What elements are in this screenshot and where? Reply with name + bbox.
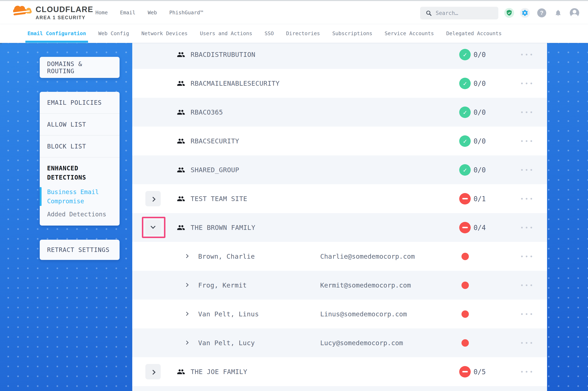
row-actions-menu[interactable]: ••• bbox=[516, 311, 538, 317]
tab-directories[interactable]: Directories bbox=[286, 24, 320, 43]
group-icon bbox=[176, 79, 186, 88]
logo-title: CLOUDFLARE bbox=[36, 5, 93, 14]
group-name: RBACDISTRUBUTION bbox=[191, 51, 255, 59]
minus-glyph bbox=[462, 227, 468, 228]
nav-item-home[interactable]: Home bbox=[95, 10, 108, 15]
chevron-right-icon bbox=[150, 370, 155, 375]
subnav-tabs: Email ConfigurationWeb ConfigNetwork Dev… bbox=[0, 24, 588, 43]
sidebar-item-retract-settings[interactable]: RETRACT SETTINGS bbox=[40, 240, 120, 260]
active-item-indicator-bar bbox=[40, 187, 42, 206]
row-actions-menu[interactable]: ••• bbox=[516, 224, 538, 231]
row-actions-menu[interactable]: ••• bbox=[516, 51, 538, 58]
tab-label: Email Configuration bbox=[27, 30, 86, 36]
group-name: RBACSECURITY bbox=[191, 137, 239, 145]
expand-toggle-button[interactable] bbox=[145, 191, 161, 206]
search-box[interactable] bbox=[420, 7, 498, 19]
status-dot-alert bbox=[461, 310, 469, 318]
email-policies-card: EMAIL POLICIES ALLOW LIST BLOCK LIST ENH… bbox=[40, 92, 120, 226]
status-badge-blocked bbox=[459, 193, 471, 204]
status-badge-blocked bbox=[459, 222, 471, 233]
tab-web-config[interactable]: Web Config bbox=[98, 24, 129, 43]
settings-gear-icon[interactable] bbox=[520, 8, 530, 18]
table-row-partial bbox=[132, 386, 547, 391]
tab-label: Delegated Accounts bbox=[446, 30, 502, 36]
tab-label: Subscriptions bbox=[332, 30, 372, 36]
logo-subtitle: AREA 1 SECURITY bbox=[36, 15, 93, 20]
row-actions-menu[interactable]: ••• bbox=[516, 195, 538, 202]
row-actions-menu[interactable]: ••• bbox=[516, 138, 538, 144]
row-actions-menu[interactable]: ••• bbox=[516, 282, 538, 289]
minus-glyph bbox=[462, 371, 468, 372]
sidebar-item-domains-routing[interactable]: DOMAINS & ROUTING bbox=[40, 57, 120, 78]
tab-delegated-accounts[interactable]: Delegated Accounts bbox=[446, 24, 502, 43]
retract-settings-label: RETRACT SETTINGS bbox=[47, 246, 110, 253]
annotation-highlight-box bbox=[142, 217, 165, 238]
chevron-right-icon[interactable] bbox=[184, 283, 189, 287]
table-row-group: RBACSECURITY✓0/0••• bbox=[132, 127, 547, 155]
status-badge-pass: ✓ bbox=[459, 135, 471, 147]
header: CLOUDFLARE AREA 1 SECURITY HomeEmailWebP… bbox=[0, 1, 588, 24]
tab-users-and-actions[interactable]: Users and Actions bbox=[200, 24, 252, 43]
tab-service-accounts[interactable]: Service Accounts bbox=[385, 24, 434, 43]
member-count: 0/0 bbox=[473, 79, 486, 87]
table-row-group: RBACDISTRUBUTION✓0/0••• bbox=[132, 43, 547, 69]
tab-email-configuration[interactable]: Email Configuration bbox=[27, 24, 86, 43]
block-list-label: BLOCK LIST bbox=[47, 143, 86, 150]
window-top-strip bbox=[0, 0, 588, 1]
nav-item-email[interactable]: Email bbox=[120, 10, 135, 15]
notifications-bell-icon[interactable] bbox=[553, 8, 563, 18]
table-row-member: Van Pelt, LucyLucy@somedemocorp.com••• bbox=[132, 328, 547, 357]
row-actions-menu[interactable]: ••• bbox=[516, 339, 538, 346]
expand-toggle-button[interactable] bbox=[145, 364, 161, 379]
row-actions-menu[interactable]: ••• bbox=[516, 253, 538, 260]
sidebar-item-block-list[interactable]: BLOCK LIST bbox=[40, 136, 120, 157]
member-count: 0/0 bbox=[473, 108, 486, 116]
allow-list-label: ALLOW LIST bbox=[47, 121, 86, 128]
nav-item-web[interactable]: Web bbox=[147, 10, 157, 15]
group-icon bbox=[176, 195, 186, 203]
member-count: 0/0 bbox=[473, 137, 486, 145]
tab-subscriptions[interactable]: Subscriptions bbox=[332, 24, 372, 43]
group-icon bbox=[176, 166, 186, 174]
cloudflare-logo[interactable]: CLOUDFLARE AREA 1 SECURITY bbox=[11, 3, 93, 20]
row-actions-menu[interactable]: ••• bbox=[516, 368, 538, 375]
group-name: RBACO365 bbox=[191, 108, 223, 116]
protection-shield-icon[interactable] bbox=[504, 8, 514, 18]
sidebar-item-allow-list[interactable]: ALLOW LIST bbox=[40, 114, 120, 136]
group-name: THE BROWN FAMILY bbox=[191, 224, 255, 231]
nav-item-phishguard[interactable]: PhishGuard™ bbox=[169, 10, 203, 15]
tab-network-devices[interactable]: Network Devices bbox=[142, 24, 188, 43]
chevron-right-icon[interactable] bbox=[184, 340, 189, 345]
table-row-group: TEST TEAM SITE0/1••• bbox=[132, 184, 547, 213]
member-email: Charlie@somedemocorp.com bbox=[320, 253, 415, 260]
member-name: Frog, Kermit bbox=[198, 281, 247, 289]
sidebar-item-email-policies[interactable]: EMAIL POLICIES bbox=[40, 92, 120, 114]
chevron-right-icon[interactable] bbox=[184, 254, 189, 258]
status-badge-pass: ✓ bbox=[459, 49, 471, 60]
table-row-member: Frog, KermitKermit@somedemocorp.com••• bbox=[132, 271, 547, 299]
chevron-right-icon[interactable] bbox=[184, 312, 189, 316]
status-badge-blocked bbox=[459, 366, 471, 378]
group-icon bbox=[176, 137, 186, 145]
table-row-group: RBACMAILENABLESECURITY✓0/0••• bbox=[132, 69, 547, 98]
member-email: Linus@somedemocorp.com bbox=[320, 310, 407, 318]
row-actions-menu[interactable]: ••• bbox=[516, 167, 538, 173]
directory-panel: RBACDISTRUBUTION✓0/0•••RBACMAILENABLESEC… bbox=[132, 43, 547, 391]
row-actions-menu[interactable]: ••• bbox=[516, 80, 538, 87]
member-email: Lucy@somedemocorp.com bbox=[320, 339, 403, 347]
search-input[interactable] bbox=[436, 10, 493, 16]
row-actions-menu[interactable]: ••• bbox=[516, 109, 538, 115]
tab-label: Web Config bbox=[98, 30, 129, 36]
help-icon[interactable]: ? bbox=[537, 8, 547, 18]
member-count: 0/0 bbox=[473, 166, 486, 174]
account-avatar-icon[interactable] bbox=[570, 8, 580, 18]
group-name: THE JOE FAMILY bbox=[191, 368, 247, 376]
minus-glyph bbox=[462, 198, 468, 199]
chevron-right-icon bbox=[150, 197, 155, 202]
sidebar-item-business-email-compromise[interactable]: Business Email Compromise bbox=[47, 187, 117, 206]
status-badge-pass: ✓ bbox=[459, 106, 471, 118]
member-count: 0/0 bbox=[473, 51, 486, 59]
app-background: CLOUDFLARE AREA 1 SECURITY HomeEmailWebP… bbox=[0, 0, 588, 391]
tab-sso[interactable]: SSO bbox=[265, 24, 274, 43]
sidebar-item-added-detections[interactable]: Added Detections bbox=[47, 211, 112, 218]
